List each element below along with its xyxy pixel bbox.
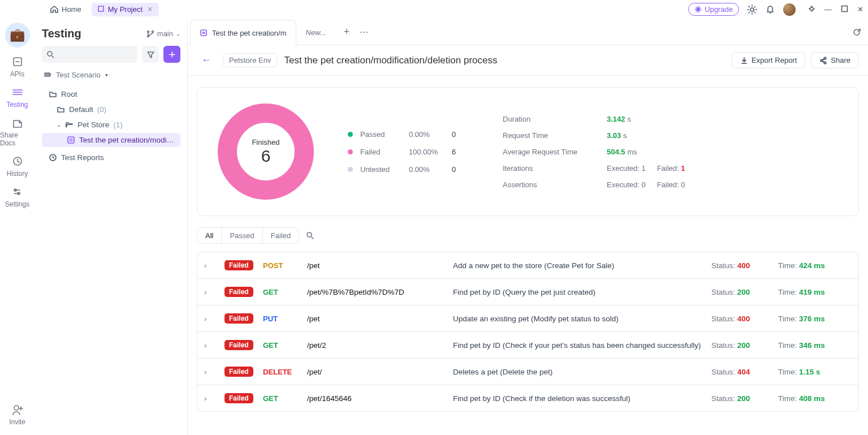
add-button[interactable] xyxy=(163,46,180,63)
svg-rect-12 xyxy=(68,137,74,143)
path-label: /pet/ xyxy=(307,368,448,376)
folder-icon xyxy=(49,90,57,98)
clock-icon xyxy=(49,153,57,162)
project-tab[interactable]: My Project ✕ xyxy=(92,3,159,16)
tab-report[interactable]: Test the pet creation/m xyxy=(190,20,296,45)
chevron-right-icon[interactable]: › xyxy=(204,315,220,323)
chevron-right-icon[interactable]: › xyxy=(204,394,220,403)
stat-passed-label: Passed xyxy=(360,130,405,139)
scenario-item-icon xyxy=(67,136,75,144)
filter-icon xyxy=(146,50,155,59)
stat-untested: Untested 0.00% 0 xyxy=(348,165,469,174)
svg-point-1 xyxy=(750,8,754,11)
rail-invite[interactable]: Invite xyxy=(9,403,25,426)
rail-testing[interactable]: Testing xyxy=(6,86,28,109)
svg-rect-0 xyxy=(98,6,103,11)
dot-icon xyxy=(348,149,353,154)
section-label: Test Scenario xyxy=(56,71,101,79)
folder-icon xyxy=(57,105,65,114)
share-button[interactable]: Share xyxy=(811,52,859,68)
chevron-right-icon[interactable]: › xyxy=(204,261,220,270)
env-chip[interactable]: Petstore Env xyxy=(223,53,277,67)
minimize-icon[interactable]: — xyxy=(824,5,832,14)
rail-invite-label: Invite xyxy=(9,418,25,426)
tree-root-label: Root xyxy=(61,90,77,98)
close-window-icon[interactable]: ✕ xyxy=(857,5,863,14)
stat-failed-pct: 100.00% xyxy=(409,148,448,156)
filter-all[interactable]: All xyxy=(197,228,222,243)
chevron-right-icon[interactable]: › xyxy=(204,368,220,376)
timing-reqtime-label: Request Time xyxy=(503,131,599,140)
svg-point-20 xyxy=(307,232,312,237)
tree-default-label: Default xyxy=(69,105,93,114)
description-label: Deletes a pet (Delete the pet) xyxy=(453,368,707,376)
gear-icon[interactable] xyxy=(747,5,757,15)
section-picker[interactable]: Test Scenario ▾ xyxy=(42,68,180,81)
tree-petstore-count: (1) xyxy=(113,120,123,129)
result-row[interactable]: › Failed GET /pet/%7B%7BpetId%7D%7D Find… xyxy=(197,279,858,305)
chevron-right-icon[interactable]: › xyxy=(204,341,220,350)
rail-testing-label: Testing xyxy=(6,101,28,109)
export-label: Export Report xyxy=(752,56,797,64)
branch-label: main xyxy=(157,29,173,38)
export-report-button[interactable]: Export Report xyxy=(732,52,805,68)
filter-button[interactable] xyxy=(142,46,159,63)
tab-report-label: Test the pet creation/m xyxy=(212,29,287,37)
tree-root[interactable]: Root xyxy=(42,87,180,101)
refresh-button[interactable] xyxy=(845,19,868,45)
add-tab-button[interactable]: + xyxy=(344,26,350,38)
result-filter-segment: All Passed Failed xyxy=(197,227,299,244)
chevron-down-icon: ⌄ xyxy=(57,122,61,128)
http-status: Status: 404 xyxy=(711,368,774,376)
result-row[interactable]: › Failed PUT /pet Update an existing pet… xyxy=(197,305,858,332)
close-icon[interactable]: ✕ xyxy=(147,5,153,14)
branch-picker[interactable]: main ⌄ xyxy=(146,29,180,38)
plus-icon xyxy=(168,50,176,59)
tree-petstore[interactable]: ⌄ Pet Store (1) xyxy=(42,118,180,132)
rail-share-docs[interactable]: Share Docs xyxy=(0,117,34,147)
http-status: Status: 200 xyxy=(711,288,774,296)
upgrade-button[interactable]: Upgrade xyxy=(688,3,739,16)
tree-test-reports[interactable]: Test Reports xyxy=(42,150,180,165)
method-label: PUT xyxy=(263,315,303,323)
result-row[interactable]: › Failed GET /pet/2 Find pet by ID (Chec… xyxy=(197,332,858,359)
tree-scenario-item[interactable]: Test the pet creation/modifica xyxy=(42,133,180,147)
filter-failed[interactable]: Failed xyxy=(263,228,299,243)
result-row[interactable]: › Failed DELETE /pet/ Deletes a pet (Del… xyxy=(197,359,858,385)
back-button[interactable]: ← xyxy=(197,52,216,68)
timing-avg-label: Average Request Time xyxy=(503,148,599,156)
project-badge[interactable]: 💼 xyxy=(5,23,30,48)
tree-default[interactable]: Default (0) xyxy=(42,102,180,117)
scenario-tree: Root Default (0) ⌄ Pet Store (1) Test th… xyxy=(42,87,180,165)
rail-history[interactable]: History xyxy=(7,155,28,178)
timing-assert-label: Assertions xyxy=(503,180,599,189)
tab-new[interactable]: New... xyxy=(296,19,336,45)
result-row[interactable]: › Failed POST /pet Add a new pet to the … xyxy=(197,252,858,279)
timing-reqtime-value: 3.03 s xyxy=(607,131,685,140)
filter-passed[interactable]: Passed xyxy=(222,228,262,243)
rail-apis[interactable]: APIs xyxy=(10,55,24,78)
stat-failed: Failed 100.00% 6 xyxy=(348,148,469,156)
sparkle-icon xyxy=(694,6,702,13)
share-label: Share xyxy=(831,56,850,64)
more-tabs-button[interactable]: ⋯ xyxy=(360,27,369,37)
bell-icon[interactable] xyxy=(765,5,775,15)
summary-card: Finished 6 Passed 0.00% 0 Failed 100.00%… xyxy=(197,87,859,216)
maximize-icon[interactable] xyxy=(841,5,848,12)
avatar[interactable] xyxy=(783,3,796,16)
stat-passed-pct: 0.00% xyxy=(409,130,448,139)
chevron-right-icon[interactable]: › xyxy=(204,288,220,296)
http-status: Status: 400 xyxy=(711,261,774,270)
result-row[interactable]: › Failed GET /pet/1645646 Find pet by ID… xyxy=(197,385,858,411)
search-input[interactable] xyxy=(42,46,137,63)
status-badge: Failed xyxy=(224,260,253,270)
project-label: My Project xyxy=(108,5,142,14)
svg-rect-2 xyxy=(842,6,848,12)
home-tab[interactable]: Home xyxy=(44,3,87,16)
rail-settings[interactable]: Settings xyxy=(5,186,29,208)
pin-icon[interactable] xyxy=(807,5,815,14)
sidebar: Testing main ⌄ Test Scenario ▾ xyxy=(35,19,188,435)
search-icon[interactable] xyxy=(306,231,314,240)
result-donut: Finished 6 xyxy=(218,104,314,200)
scenario-icon xyxy=(43,71,51,79)
